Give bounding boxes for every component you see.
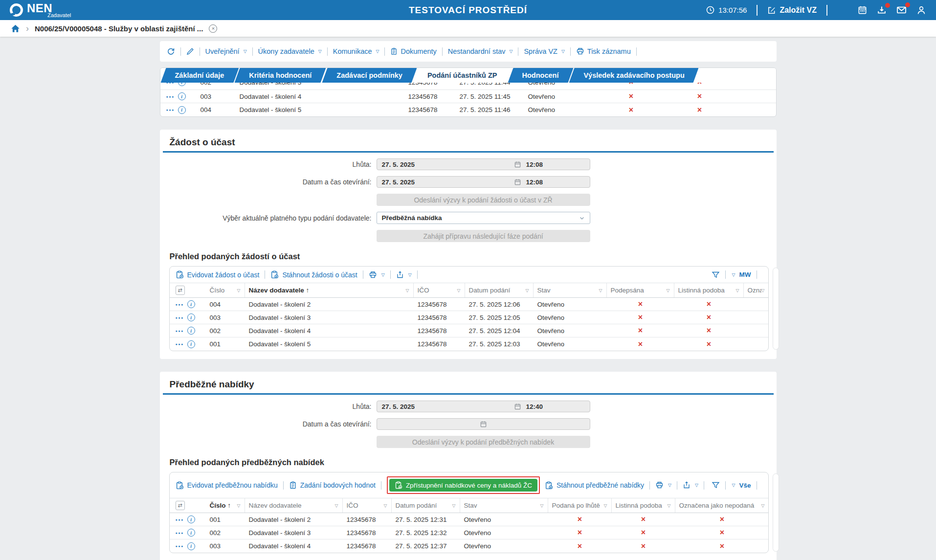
row-menu-button[interactable]: ●●● (176, 531, 184, 535)
table-row[interactable]: ●●●i003Dodavatel - školení 31234567827. … (170, 311, 768, 324)
nen-logo[interactable]: NEN Zadavatel (10, 2, 71, 18)
edit-button[interactable] (186, 47, 194, 55)
row-info-button[interactable]: i (187, 300, 195, 308)
row-info-button[interactable]: i (178, 92, 186, 100)
stahnout-nabidky-button[interactable]: Stáhnout předběžné nabídky (545, 481, 644, 490)
row-menu-button[interactable]: ●●● (166, 108, 175, 112)
column-header[interactable]: Podaná po lhůtě▽ (548, 498, 612, 513)
profile-button[interactable] (916, 5, 926, 15)
tab-kriteria-hodnoceni[interactable]: Kritéria hodnocení (237, 68, 323, 83)
column-filter-icon[interactable]: ▽ (540, 503, 544, 508)
tab-zakladni-udaje[interactable]: Základní údaje (163, 68, 236, 83)
column-header[interactable]: IČO▽ (343, 498, 392, 513)
tab-vysledek-zadavaciho-postupu[interactable]: Výsledek zadávacího postupu (572, 68, 696, 83)
print-record-button[interactable]: Tisk záznamu (576, 47, 631, 55)
chevron-down-icon[interactable]: ▽ (732, 272, 735, 277)
tab-hodnoceni[interactable]: Hodnocení (511, 68, 571, 83)
close-icon[interactable]: × (209, 24, 217, 33)
tab-zadavaci-podminky[interactable]: Zadávací podmínky (325, 68, 414, 83)
column-header[interactable]: Označena jako nepodaná▽ (675, 498, 769, 513)
table-row[interactable]: ●●●i002Dodavatel - školení 31234567827. … (170, 526, 768, 539)
row-menu-button[interactable]: ●●● (166, 95, 175, 98)
row-info-button[interactable]: i (187, 340, 195, 348)
column-filter-icon[interactable]: ▽ (237, 503, 241, 508)
column-settings-icon[interactable]: ⇄ (176, 286, 185, 295)
tab-podani-ucastniku-zp[interactable]: Podání účastníků ZP (416, 68, 509, 83)
breadcrumb-item[interactable]: N006/25/V00005048 - Služby v oblasti zaj… (35, 24, 203, 33)
row-info-button[interactable]: i (187, 327, 195, 335)
column-header[interactable]: Název dodavatele ↑▽ (245, 283, 414, 297)
row-menu-button[interactable]: ●●● (176, 518, 184, 521)
table-row[interactable]: ●●●i001Dodavatel - školení 51234567827. … (170, 337, 768, 351)
lhuta-date-field[interactable]: 27. 5. 2025 12:08 (377, 158, 590, 170)
table-row[interactable]: ●●●i001Dodavatel - školení 21234567827. … (170, 513, 768, 526)
zpristupneni-ceny-button[interactable]: Zpřístupnění nabídkové ceny a nákladů ŽC (389, 479, 537, 492)
column-header[interactable]: Listinná podoba▽ (612, 498, 675, 513)
menu-ukony-zadavatele[interactable]: Úkony zadavatele▽ (258, 47, 322, 55)
column-header[interactable]: Stav▽ (460, 498, 548, 513)
messages-button[interactable] (896, 5, 907, 15)
calendar-button[interactable] (858, 5, 867, 15)
filter-button[interactable] (712, 481, 720, 489)
column-filter-icon[interactable]: ▽ (384, 503, 387, 508)
print-table-button[interactable]: ▽ (369, 271, 385, 279)
column-filter-icon[interactable]: ▽ (667, 288, 670, 293)
table-row[interactable]: ●●●i002Dodavatel - školení 31234567827. … (160, 83, 776, 90)
menu-uverejneni[interactable]: Uveřejnění▽ (205, 47, 247, 55)
typ-podani-select[interactable]: Předběžná nabídka (377, 212, 590, 224)
column-filter-icon[interactable]: ▽ (457, 288, 461, 293)
stahnout-zadosti-button[interactable]: Stáhnout žádosti o účast (270, 270, 357, 279)
column-filter-icon[interactable]: ▽ (761, 288, 765, 293)
table-row[interactable]: ●●●i004Dodavatel - školení 51234567827. … (160, 103, 776, 116)
column-filter-icon[interactable]: ▽ (604, 503, 607, 508)
table-row[interactable]: ●●●i004Dodavatel - školení 21234567827. … (170, 298, 768, 311)
otevirani-date-field[interactable] (377, 418, 590, 430)
column-header[interactable]: Název dodavatele▽ (245, 498, 343, 513)
table-row[interactable]: ●●●i002Dodavatel - školení 41234567827. … (170, 324, 768, 337)
menu-nestandardni-stav[interactable]: Nestandardní stav▽ (448, 47, 513, 55)
row-info-button[interactable]: i (178, 106, 186, 114)
column-header[interactable]: Číslo ↑▽ (206, 498, 245, 513)
column-header[interactable]: Listinná podoba▽ (674, 283, 744, 297)
zalozit-vz-button[interactable]: Založit VZ (767, 6, 817, 15)
column-filter-icon[interactable]: ▽ (335, 503, 338, 508)
column-filter-icon[interactable]: ▽ (668, 503, 671, 508)
evidovat-zadost-button[interactable]: Evidovat žádost o účast (176, 270, 260, 279)
row-menu-button[interactable]: ●●● (176, 316, 184, 319)
home-icon[interactable] (11, 24, 20, 33)
row-info-button[interactable]: i (187, 542, 195, 550)
column-header[interactable]: IČO▽ (414, 283, 465, 297)
table-scrollbar[interactable] (773, 473, 779, 552)
column-header[interactable]: Číslo▽ (206, 283, 245, 297)
column-header[interactable]: Podepsána▽ (607, 283, 674, 297)
export-table-button[interactable]: ▽ (683, 481, 698, 489)
menu-sprava-vz[interactable]: Správa VZ▽ (524, 47, 564, 55)
row-menu-button[interactable]: ●●● (176, 342, 184, 346)
menu-dokumenty[interactable]: Dokumenty (390, 47, 436, 55)
table-row[interactable]: ●●●i003Dodavatel - školení 41234567827. … (170, 539, 768, 553)
column-header[interactable]: Datum podání▽ (465, 283, 534, 297)
row-info-button[interactable]: i (187, 515, 195, 523)
column-filter-icon[interactable]: ▽ (599, 288, 602, 293)
zadani-bodovych-hodnot-button[interactable]: Zadání bodových hodnot (289, 481, 376, 489)
column-header[interactable]: Stav▽ (534, 283, 607, 297)
lhuta-date-field[interactable]: 27. 5. 2025 12:40 (377, 401, 590, 412)
column-filter-icon[interactable]: ▽ (237, 288, 241, 293)
row-menu-button[interactable]: ●●● (176, 303, 184, 306)
table-scrollbar[interactable] (773, 268, 779, 350)
evidovat-nabidku-button[interactable]: Evidovat předběžnou nabídku (176, 481, 278, 490)
row-menu-button[interactable]: ●●● (176, 329, 184, 333)
column-header[interactable]: Datum podání▽ (392, 498, 460, 513)
otevirani-date-field[interactable]: 27. 5. 2025 12:08 (377, 176, 590, 188)
menu-komunikace[interactable]: Komunikace▽ (333, 47, 379, 55)
column-filter-icon[interactable]: ▽ (526, 288, 529, 293)
column-settings-icon[interactable]: ⇄ (176, 501, 185, 510)
chevron-down-icon[interactable]: ▽ (732, 483, 735, 488)
view-scope-label[interactable]: MW (739, 271, 751, 278)
column-filter-icon[interactable]: ▽ (406, 288, 409, 293)
view-scope-label[interactable]: Vše (739, 482, 751, 489)
zahajit-pripravu-button[interactable]: Zahájit přípravu následující fáze podání (377, 230, 590, 242)
table-row[interactable]: ●●●i003Dodavatel - školení 41234567827. … (160, 90, 776, 103)
odeslani-vyzvy-zadost-button[interactable]: Odeslání výzvy k podání žádosti o účast … (377, 194, 590, 206)
column-filter-icon[interactable]: ▽ (452, 503, 456, 508)
